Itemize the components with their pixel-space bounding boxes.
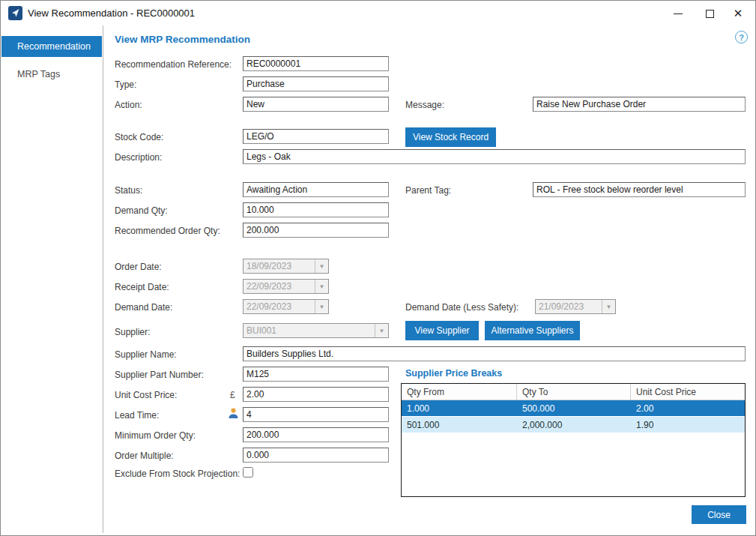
- page-title: View MRP Recommendation: [115, 34, 250, 45]
- order-date-label: Order Date:: [115, 262, 162, 272]
- demand-date-less-safety-label: Demand Date (Less Safety):: [405, 302, 518, 313]
- supplier-part-number-label: Supplier Part Number:: [115, 370, 204, 380]
- order-multiple-field[interactable]: [243, 448, 389, 463]
- minimum-order-qty-label: Minimum Order Qty:: [115, 430, 196, 441]
- cell-qty-to: 500.000: [517, 400, 631, 416]
- recommendation-reference-field[interactable]: [243, 56, 389, 71]
- lead-time-field[interactable]: [243, 407, 389, 422]
- action-field[interactable]: [243, 97, 389, 112]
- supplier-person-icon: [227, 407, 240, 420]
- cell-unit-cost-price: 1.90: [631, 417, 745, 433]
- view-stock-record-button[interactable]: View Stock Record: [405, 127, 496, 147]
- supplier-name-label: Supplier Name:: [115, 349, 177, 360]
- demand-date-less-safety-value: 21/09/2023: [539, 301, 584, 312]
- price-breaks-header-row: Qty From Qty To Unit Cost Price: [402, 384, 745, 400]
- minimize-button[interactable]: [665, 4, 691, 23]
- sidebar-item-label: MRP Tags: [17, 69, 60, 79]
- chevron-down-icon: ▼: [375, 324, 388, 337]
- stock-code-label: Stock Code:: [115, 132, 163, 142]
- table-row[interactable]: 501.000 2,000.000 1.90: [402, 417, 745, 433]
- recommended-order-qty-label: Recommended Order Qty:: [115, 226, 220, 236]
- maximize-button[interactable]: [697, 4, 722, 23]
- supplier-price-breaks-title: Supplier Price Breaks: [405, 368, 502, 379]
- minimum-order-qty-field[interactable]: [243, 427, 389, 442]
- parent-tag-field[interactable]: [533, 182, 746, 197]
- help-icon[interactable]: ?: [735, 31, 748, 43]
- description-field[interactable]: [243, 149, 746, 164]
- supplier-part-number-field[interactable]: [243, 367, 389, 382]
- supplier-name-field[interactable]: [243, 346, 746, 361]
- demand-date-less-safety-dropdown[interactable]: 21/09/2023 ▼: [535, 299, 616, 314]
- close-window-button[interactable]: ✕: [725, 4, 751, 23]
- close-button[interactable]: Close: [692, 505, 746, 524]
- column-header-qty-to[interactable]: Qty To: [517, 384, 631, 400]
- receipt-date-value: 22/09/2023: [247, 281, 291, 292]
- app-icon: [8, 6, 22, 20]
- description-label: Description:: [115, 152, 162, 163]
- table-row[interactable]: 1.000 500.000 2.00: [402, 400, 745, 417]
- sidebar-item-label: Recommendation: [17, 41, 91, 52]
- column-header-qty-from[interactable]: Qty From: [402, 384, 517, 400]
- sidebar-item-mrp-tags[interactable]: MRP Tags: [1, 64, 102, 85]
- status-label: Status:: [115, 185, 142, 196]
- chevron-down-icon: ▼: [602, 300, 615, 313]
- type-label: Type:: [115, 79, 136, 90]
- demand-qty-field[interactable]: [243, 202, 389, 217]
- message-label: Message:: [405, 100, 444, 110]
- recommendation-reference-label: Recommendation Reference:: [115, 59, 232, 70]
- cell-qty-from: 501.000: [402, 417, 517, 433]
- price-breaks-table: Qty From Qty To Unit Cost Price 1.000 50…: [401, 383, 746, 497]
- type-field[interactable]: [243, 76, 389, 91]
- title-bar: View Recommendation - REC0000001 ✕: [1, 1, 755, 25]
- chevron-down-icon: ▼: [315, 300, 328, 313]
- chevron-down-icon: ▼: [315, 280, 328, 293]
- lead-time-label: Lead Time:: [115, 410, 159, 421]
- minimize-icon: [674, 13, 683, 14]
- receipt-date-label: Receipt Date:: [115, 282, 169, 292]
- exclude-from-stock-projection-checkbox[interactable]: [243, 467, 253, 478]
- currency-symbol: £: [230, 390, 235, 400]
- dialog-window: View Recommendation - REC0000001 ✕ Recom…: [0, 0, 756, 536]
- maximize-icon: [706, 10, 714, 18]
- supplier-value: BUI001: [247, 325, 276, 336]
- demand-date-dropdown[interactable]: 22/09/2023 ▼: [243, 299, 329, 314]
- alternative-suppliers-button[interactable]: Alternative Suppliers: [485, 321, 580, 340]
- message-field[interactable]: [533, 97, 746, 112]
- order-date-dropdown[interactable]: 18/09/2023 ▼: [243, 259, 329, 274]
- column-header-unit-cost-price[interactable]: Unit Cost Price: [631, 384, 745, 400]
- exclude-from-stock-projection-label: Exclude From Stock Projection:: [115, 469, 240, 479]
- supplier-dropdown[interactable]: BUI001 ▼: [243, 323, 389, 338]
- view-supplier-button[interactable]: View Supplier: [405, 321, 479, 340]
- parent-tag-label: Parent Tag:: [405, 185, 451, 196]
- window-title: View Recommendation - REC0000001: [28, 7, 195, 19]
- demand-date-value: 22/09/2023: [247, 301, 291, 312]
- demand-qty-label: Demand Qty:: [115, 205, 168, 216]
- receipt-date-dropdown[interactable]: 22/09/2023 ▼: [243, 279, 329, 294]
- demand-date-label: Demand Date:: [115, 302, 172, 313]
- unit-cost-price-field[interactable]: [243, 387, 389, 402]
- cell-unit-cost-price: 2.00: [631, 400, 745, 416]
- stock-code-field[interactable]: [243, 129, 389, 144]
- order-multiple-label: Order Multiple:: [115, 451, 174, 461]
- close-icon: ✕: [734, 7, 743, 20]
- recommended-order-qty-field[interactable]: [243, 223, 389, 238]
- sidebar-item-recommendation[interactable]: Recommendation: [1, 36, 102, 57]
- unit-cost-price-label: Unit Cost Price:: [115, 390, 177, 400]
- cell-qty-from: 1.000: [402, 400, 517, 416]
- order-date-value: 18/09/2023: [247, 261, 291, 271]
- cell-qty-to: 2,000.000: [517, 417, 631, 433]
- sidebar: Recommendation MRP Tags: [1, 25, 103, 533]
- chevron-down-icon: ▼: [315, 259, 328, 273]
- action-label: Action:: [115, 100, 142, 110]
- status-field[interactable]: [243, 182, 389, 197]
- supplier-label: Supplier:: [115, 327, 150, 337]
